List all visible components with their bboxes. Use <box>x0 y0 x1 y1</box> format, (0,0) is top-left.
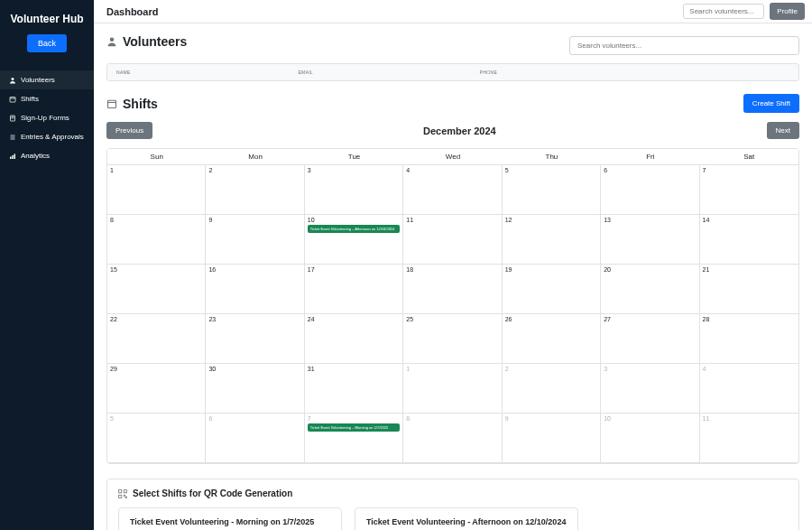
calendar-date: 7 <box>703 167 796 173</box>
calendar-date: 26 <box>505 316 597 322</box>
calendar-date: 3 <box>308 167 400 173</box>
qr-card: Ticket Event Volunteering - Afternoon on… <box>355 507 578 530</box>
calendar-cell[interactable]: 16 <box>206 265 304 314</box>
sidebar-item-volunteers[interactable]: Volunteers <box>0 70 94 89</box>
calendar-date: 25 <box>406 316 498 322</box>
calendar-cell[interactable]: 20 <box>601 265 699 314</box>
calendar-cell[interactable]: 29 <box>107 364 206 414</box>
volunteers-search-input[interactable] <box>569 36 799 55</box>
calendar-cell[interactable]: 10 <box>601 414 699 463</box>
calendar-date: 5 <box>505 167 597 173</box>
calendar-cell[interactable]: 19 <box>503 265 601 314</box>
calendar-cell[interactable]: 26 <box>503 314 601 364</box>
calendar-cell[interactable]: 2 <box>503 364 601 414</box>
calendar-cell[interactable]: 12 <box>503 215 601 265</box>
calendar-cell[interactable]: 17 <box>305 265 403 314</box>
qr-icon <box>118 489 127 498</box>
qr-section: Select Shifts for QR Code Generation Tic… <box>106 479 799 530</box>
user-icon <box>9 77 16 84</box>
calendar-cell[interactable]: 5 <box>107 414 206 463</box>
calendar-icon <box>106 98 117 109</box>
col-name: NAME <box>116 70 298 75</box>
sidebar-item-signup-forms[interactable]: Sign-Up Forms <box>0 108 94 127</box>
calendar-date: 18 <box>406 266 498 273</box>
svg-rect-18 <box>124 495 125 496</box>
content: Volunteers NAME EMAIL PHONE Shifts Creat… <box>94 23 812 530</box>
calendar-date: 21 <box>703 266 796 273</box>
calendar-cell[interactable]: 30 <box>206 364 304 414</box>
calendar-cell[interactable]: 24 <box>305 314 403 364</box>
calendar-cell[interactable]: 7Ticket Event Volunteering – Morning on … <box>305 414 403 463</box>
svg-rect-16 <box>124 489 126 492</box>
calendar-cell[interactable]: 14 <box>700 215 798 265</box>
calendar-cell[interactable]: 15 <box>107 265 206 314</box>
previous-button[interactable]: Previous <box>106 122 152 139</box>
svg-rect-9 <box>10 156 12 159</box>
calendar-cell[interactable]: 1 <box>403 364 502 414</box>
calendar-cell[interactable]: 9 <box>206 215 304 265</box>
calendar-date: 8 <box>406 415 498 422</box>
back-button[interactable]: Back <box>27 34 67 52</box>
svg-rect-19 <box>125 497 126 497</box>
calendar-cell[interactable]: 11 <box>700 414 798 463</box>
calendar-cell[interactable]: 13 <box>601 215 699 265</box>
calendar-date: 1 <box>406 366 498 372</box>
calendar-cell[interactable]: 4 <box>700 364 798 414</box>
calendar-cell[interactable]: 4 <box>403 165 502 215</box>
calendar-cell[interactable]: 31 <box>305 364 403 414</box>
sidebar-item-analytics[interactable]: Analytics <box>0 146 94 165</box>
calendar-date: 9 <box>505 415 597 422</box>
calendar-cell[interactable]: 10Ticket Event Volunteering – Afternoon … <box>305 215 403 265</box>
calendar-date: 29 <box>110 366 202 372</box>
svg-point-12 <box>110 38 115 42</box>
profile-button[interactable]: Profile <box>770 3 805 20</box>
calendar-cell[interactable]: 21 <box>700 265 798 314</box>
calendar-date: 19 <box>505 266 597 273</box>
calendar-event[interactable]: Ticket Event Volunteering – Morning on 1… <box>308 423 400 432</box>
calendar-day-head: Tue <box>305 149 403 165</box>
calendar: SunMonTueWedThuFriSat 12345678910Ticket … <box>106 148 799 464</box>
calendar-date: 27 <box>604 316 696 322</box>
calendar-cell[interactable]: 25 <box>403 314 502 364</box>
calendar-cell[interactable]: 3 <box>601 364 699 414</box>
calendar-cell[interactable]: 9 <box>503 414 601 463</box>
calendar-cell[interactable]: 27 <box>601 314 699 364</box>
topbar: Dashboard Profile <box>94 0 812 23</box>
calendar-day-head: Thu <box>503 149 601 165</box>
svg-rect-13 <box>108 100 116 107</box>
calendar-cell[interactable]: 8 <box>107 215 206 265</box>
calendar-date: 28 <box>703 316 796 322</box>
calendar-cell[interactable]: 5 <box>503 165 601 215</box>
sidebar-item-shifts[interactable]: Shifts <box>0 89 94 108</box>
sidebar-nav: Volunteers Shifts Sign-Up Forms Entries … <box>0 70 94 165</box>
calendar-date: 7 <box>308 415 400 422</box>
sidebar-item-entries-approvals[interactable]: Entries & Approvals <box>0 127 94 146</box>
section-title-shifts: Shifts <box>123 97 158 111</box>
col-phone: PHONE <box>480 70 661 75</box>
calendar-event[interactable]: Ticket Event Volunteering – Afternoon on… <box>308 225 400 233</box>
calendar-cell[interactable]: 22 <box>107 314 206 364</box>
calendar-cell[interactable]: 3 <box>305 165 403 215</box>
calendar-cell[interactable]: 11 <box>403 215 502 265</box>
calendar-date: 6 <box>604 167 696 173</box>
calendar-date: 1 <box>110 167 202 173</box>
calendar-cell[interactable]: 23 <box>206 314 304 364</box>
topbar-search-input[interactable] <box>683 4 764 19</box>
calendar-cell[interactable]: 1 <box>107 165 206 215</box>
next-button[interactable]: Next <box>767 122 799 139</box>
create-shift-button[interactable]: Create Shift <box>743 94 799 113</box>
chart-icon <box>9 153 16 160</box>
calendar-cell[interactable]: 6 <box>601 165 699 215</box>
calendar-cell[interactable]: 7 <box>700 165 798 215</box>
calendar-icon <box>9 96 16 103</box>
calendar-date: 11 <box>703 415 796 422</box>
calendar-cell[interactable]: 28 <box>700 314 798 364</box>
calendar-day-head: Sun <box>107 149 206 165</box>
sidebar-item-label: Analytics <box>21 152 50 160</box>
calendar-cell[interactable]: 18 <box>403 265 502 314</box>
calendar-cell[interactable]: 6 <box>206 414 304 463</box>
svg-rect-10 <box>12 155 14 159</box>
calendar-cell[interactable]: 8 <box>403 414 502 463</box>
calendar-cell[interactable]: 2 <box>206 165 304 215</box>
calendar-date: 4 <box>406 167 498 173</box>
